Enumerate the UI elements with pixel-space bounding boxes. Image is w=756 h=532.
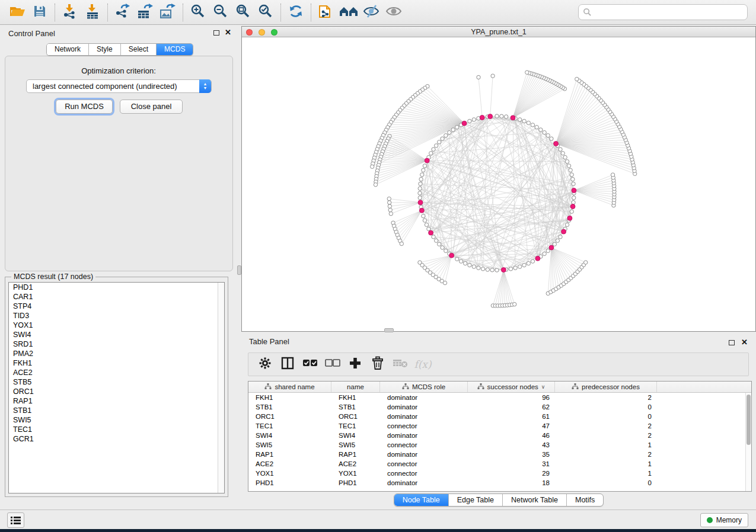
export-image-button[interactable] [157, 2, 179, 23]
result-item[interactable]: STB1 [9, 406, 224, 415]
column-header-successor-nodes[interactable]: successor nodes∨ [468, 382, 555, 392]
dropdown-stepper-icon[interactable]: ▲▼ [199, 79, 211, 93]
result-item[interactable]: ORC1 [9, 387, 224, 396]
cell-shared-name[interactable]: TEC1 [248, 421, 331, 431]
zoom-selected-button[interactable] [254, 2, 277, 23]
settings-gear-button[interactable] [256, 355, 275, 374]
import-table-button[interactable] [81, 2, 104, 23]
cell-shared-name[interactable]: SWI5 [248, 440, 331, 450]
column-header-MCDS-role[interactable]: MCDS role [380, 382, 468, 392]
cell-name[interactable]: ACE2 [331, 459, 380, 469]
result-item[interactable]: FKH1 [9, 358, 224, 368]
hide-selected-button[interactable] [360, 2, 382, 23]
result-item[interactable]: TID3 [9, 311, 224, 321]
result-item[interactable]: YOX1 [9, 321, 224, 330]
export-table-button[interactable] [134, 2, 157, 23]
result-item[interactable]: SWI5 [9, 415, 224, 425]
cell-shared-name[interactable]: YOX1 [248, 469, 331, 478]
result-item[interactable]: PMA2 [9, 349, 224, 358]
result-list-scrollbar[interactable] [218, 283, 224, 493]
select-all-button[interactable] [301, 355, 320, 374]
cell-shared-name[interactable]: ORC1 [248, 412, 331, 421]
zoom-out-button[interactable] [209, 2, 232, 23]
deselect-all-button[interactable] [323, 355, 342, 374]
tab-motifs[interactable]: Motifs [567, 494, 603, 506]
result-item[interactable]: STB5 [9, 377, 224, 387]
zoom-in-button[interactable] [187, 2, 209, 23]
cell-predecessor-nodes[interactable]: 0 [555, 412, 657, 421]
cell-successor-nodes[interactable]: 61 [468, 412, 555, 421]
cell-MCDS-role[interactable]: connector [380, 469, 468, 478]
close-panel-icon[interactable]: ✕ [225, 28, 231, 37]
table-row[interactable]: TEC1TEC1connector472 [248, 421, 745, 431]
cell-name[interactable]: YOX1 [331, 469, 380, 478]
scrollbar-thumb[interactable] [747, 395, 751, 445]
result-item[interactable]: GCR1 [9, 434, 224, 444]
table-row[interactable]: SWI4SWI4dominator462 [248, 431, 745, 440]
run-mcds-button[interactable]: Run MCDS [56, 100, 113, 114]
table-close-icon[interactable]: ✕ [741, 338, 748, 347]
cell-shared-name[interactable]: ACE2 [248, 459, 331, 469]
cell-MCDS-role[interactable]: dominator [380, 393, 468, 402]
result-item[interactable]: CAR1 [9, 292, 224, 302]
split-columns-button[interactable] [278, 355, 297, 374]
cell-successor-nodes[interactable]: 18 [468, 478, 555, 488]
column-header-name[interactable]: name [331, 382, 380, 392]
tab-node-table[interactable]: Node Table [394, 494, 449, 506]
cell-successor-nodes[interactable]: 47 [468, 421, 555, 431]
cell-predecessor-nodes[interactable]: 0 [555, 402, 657, 412]
tab-edge-table[interactable]: Edge Table [449, 494, 503, 506]
cell-predecessor-nodes[interactable]: 1 [555, 469, 657, 478]
result-item[interactable]: STP4 [9, 302, 224, 311]
cell-successor-nodes[interactable]: 46 [468, 431, 555, 440]
delete-column-button[interactable] [368, 355, 387, 374]
network-window-titlebar[interactable]: YPA_prune.txt_1 [242, 27, 755, 37]
memory-button[interactable]: Memory [700, 513, 748, 527]
cell-successor-nodes[interactable]: 31 [468, 459, 555, 469]
vertical-splitter-handle[interactable] [237, 265, 241, 275]
cell-name[interactable]: STB1 [331, 402, 380, 412]
cell-MCDS-role[interactable]: dominator [380, 412, 468, 421]
result-item[interactable]: SRD1 [9, 339, 224, 349]
cell-MCDS-role[interactable]: connector [380, 421, 468, 431]
cell-MCDS-role[interactable]: dominator [380, 478, 468, 488]
export-network-button[interactable] [111, 2, 134, 23]
refresh-button[interactable] [285, 2, 307, 23]
cell-MCDS-role[interactable]: dominator [380, 431, 468, 440]
cell-name[interactable]: PHD1 [331, 478, 380, 488]
zoom-fit-button[interactable] [232, 2, 254, 23]
cell-shared-name[interactable]: FKH1 [248, 393, 331, 402]
cell-shared-name[interactable]: STB1 [248, 402, 331, 412]
table-row[interactable]: ACE2ACE2connector311 [248, 459, 745, 469]
cell-predecessor-nodes[interactable]: 2 [555, 421, 657, 431]
tab-mcds[interactable]: MCDS [157, 44, 193, 55]
tab-style[interactable]: Style [89, 44, 121, 55]
cell-predecessor-nodes[interactable]: 2 [555, 450, 657, 459]
table-float-icon[interactable] [729, 340, 735, 345]
cell-name[interactable]: ORC1 [331, 412, 380, 421]
result-item[interactable]: SWI4 [9, 330, 224, 339]
close-panel-button[interactable]: Close panel [120, 100, 183, 114]
horizontal-splitter-handle[interactable] [384, 328, 394, 332]
cell-name[interactable]: TEC1 [331, 421, 380, 431]
table-row[interactable]: SWI5SWI5connector431 [248, 440, 745, 450]
table-row[interactable]: RAP1RAP1dominator352 [248, 450, 745, 459]
cell-predecessor-nodes[interactable]: 2 [555, 393, 657, 402]
tab-network[interactable]: Network [47, 44, 89, 55]
result-item[interactable]: ACE2 [9, 368, 224, 377]
import-network-button[interactable] [59, 2, 81, 23]
show-all-button[interactable] [382, 2, 405, 23]
cell-MCDS-role[interactable]: dominator [380, 402, 468, 412]
table-row[interactable]: PHD1PHD1dominator180 [248, 478, 745, 488]
cell-predecessor-nodes[interactable]: 1 [555, 459, 657, 469]
first-neighbors-button[interactable] [337, 2, 360, 23]
result-item[interactable]: PHD1 [9, 283, 224, 292]
cell-successor-nodes[interactable]: 43 [468, 440, 555, 450]
tab-select[interactable]: Select [121, 44, 157, 55]
node-table-scrollbar[interactable] [745, 393, 751, 491]
table-row[interactable]: ORC1ORC1dominator610 [248, 412, 745, 421]
search-box[interactable] [578, 4, 748, 20]
table-row[interactable]: FKH1FKH1dominator962 [248, 393, 745, 402]
cell-name[interactable]: SWI5 [331, 440, 380, 450]
cell-MCDS-role[interactable]: connector [380, 459, 468, 469]
